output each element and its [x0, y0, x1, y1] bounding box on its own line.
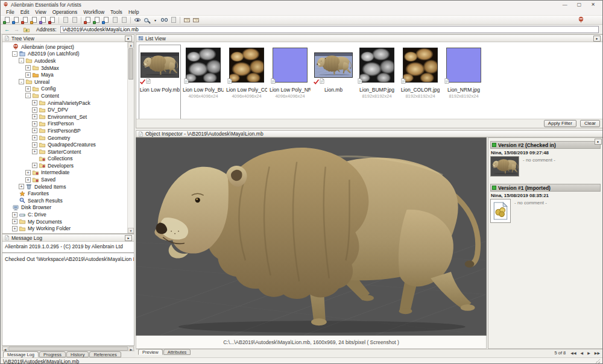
scrollbar-thumb[interactable] — [8, 347, 128, 351]
forward-button[interactable]: → — [13, 27, 21, 33]
tree-item-favorites[interactable]: Favorites — [4, 190, 134, 197]
tree-expander[interactable]: + — [32, 149, 37, 154]
tree-item-disk-browser[interactable]: Disk Browser — [4, 204, 134, 212]
get-latest-icon[interactable] — [30, 16, 39, 24]
versions-menu-button[interactable]: ▸ — [595, 139, 602, 145]
file-item[interactable]: Lion_BUMP.jpg 8192x8192x24 — [356, 45, 397, 120]
address-input[interactable] — [60, 26, 599, 33]
tree-item-collections[interactable]: Collections — [4, 155, 134, 163]
tree-item-intermediate[interactable]: + Intermediate — [4, 169, 134, 177]
close-button[interactable]: ✕ — [591, 1, 595, 8]
tab-references[interactable]: References — [89, 351, 121, 357]
tree-item-firstperson[interactable]: + FirstPerson — [4, 121, 134, 128]
tree-item-saved[interactable]: + Saved — [4, 176, 134, 183]
tree-item-firstpersonbp[interactable]: + FirstPersonBP — [4, 127, 134, 134]
delete-file-icon[interactable] — [48, 16, 57, 24]
maximize-button[interactable]: ▢ — [577, 1, 582, 8]
preview-viewport[interactable] — [136, 137, 487, 336]
tree-panel-menu-button[interactable]: ▸ — [125, 36, 132, 42]
reports-icon[interactable] — [169, 16, 178, 24]
copy-icon[interactable] — [61, 16, 70, 24]
file-item[interactable]: Lion Low Poly.mb — [139, 45, 180, 120]
tab-history[interactable]: History — [66, 351, 89, 357]
tab-message-log[interactable]: Message Log — [3, 351, 39, 357]
alienbrain-logo-icon[interactable] — [578, 16, 584, 23]
tree-item-alienbrain-one-project-[interactable]: Alienbrain (one project) — [4, 43, 134, 51]
tab-preview[interactable]: Preview — [138, 349, 163, 355]
tree-item-my-working-folder[interactable]: + My Working Folder — [4, 225, 134, 232]
message-log-menu-button[interactable]: ▸ — [125, 235, 132, 241]
version-file-icon[interactable] — [490, 199, 511, 223]
tree-expander[interactable]: - — [19, 79, 24, 84]
tree-item-maya[interactable]: + Maya — [4, 71, 134, 78]
tree-item-deleted-items[interactable]: + Deleted Items — [4, 183, 134, 190]
zoom-tool-icon[interactable] — [142, 16, 151, 24]
tree-item-config[interactable]: + Config — [4, 86, 134, 93]
file-item[interactable]: Lion Low Poly_BUMP... 4096x4096x24 — [183, 45, 224, 120]
tree-item-search-results[interactable]: Search Results — [4, 197, 134, 204]
tree-item-unreal[interactable]: - Unreal — [4, 78, 134, 86]
back-button[interactable]: ← — [3, 27, 11, 33]
tree-expander[interactable]: + — [32, 128, 37, 133]
tree-item-geometry[interactable]: + Geometry — [4, 134, 134, 142]
tree-item-c-drive[interactable]: + C: Drive — [4, 211, 134, 218]
apply-filter-button[interactable]: Apply Filter — [544, 120, 576, 127]
tree-item-quadrapedcreatures[interactable]: + QuadrapedCreatures — [4, 141, 134, 148]
menu-tools[interactable]: Tools — [107, 9, 125, 15]
tree-item-ab2019-on-latchford-[interactable]: - AB2019 (on Latchford) — [4, 51, 134, 58]
tree-expander[interactable]: + — [32, 121, 37, 127]
browse-database-icon[interactable] — [119, 16, 128, 24]
tab-attributes[interactable]: Attributes — [163, 349, 191, 355]
resize-grip[interactable] — [595, 359, 600, 364]
tree-item-startercontent[interactable]: + StarterContent — [4, 148, 134, 155]
tree-expander[interactable]: + — [32, 100, 37, 105]
scroll-down-icon[interactable]: ▼ — [128, 228, 134, 233]
check-in-icon[interactable] — [11, 16, 21, 24]
message-status-icon[interactable] — [191, 16, 200, 24]
menu-file[interactable]: File — [3, 9, 17, 15]
menu-workflow[interactable]: Workflow — [80, 9, 107, 15]
scroll-right-icon[interactable]: ▶ — [128, 347, 134, 351]
list-panel-menu-button[interactable]: ▸ — [593, 36, 601, 42]
import-file-icon[interactable] — [39, 16, 48, 24]
tree-expander[interactable]: + — [25, 170, 31, 175]
tree-item-developers[interactable]: + Developers — [4, 162, 134, 169]
tree-expander[interactable]: + — [12, 226, 17, 231]
clear-filter-button[interactable]: Clear — [580, 120, 600, 127]
refresh-view-icon[interactable] — [92, 16, 101, 24]
send-message-icon[interactable] — [182, 16, 191, 24]
tree-expander[interactable]: + — [12, 212, 17, 218]
preview-eye-icon[interactable] — [133, 16, 142, 24]
tree-expander[interactable]: + — [12, 219, 17, 224]
tree-item-my-documents[interactable]: + My Documents — [4, 218, 134, 225]
last-item-button[interactable]: ▶▶ — [595, 351, 600, 355]
menu-view[interactable]: View — [32, 9, 49, 15]
tree-expander[interactable]: + — [25, 72, 31, 78]
previous-item-button[interactable]: ◀ — [581, 351, 584, 355]
tree-expander[interactable]: + — [32, 163, 37, 168]
file-item[interactable]: Lion Low Poly_NRM.j... 4096x4096x24 — [270, 45, 311, 120]
first-item-button[interactable]: ◀◀ — [570, 351, 576, 355]
tree-item-autodesk[interactable]: - Autodesk — [4, 57, 134, 64]
zoom-options-icon[interactable]: ▾ — [151, 16, 160, 24]
tree-item-content[interactable]: - Content — [4, 92, 134, 99]
file-item[interactable]: Lion_NRM.jpg 8192x8192x24 — [443, 45, 484, 120]
tree-expander[interactable]: + — [25, 177, 31, 183]
menu-help[interactable]: Help — [125, 9, 142, 15]
tree-item-environment-set[interactable]: + Environment_Set — [4, 113, 134, 121]
tree-expander[interactable]: + — [25, 86, 31, 92]
tree-item-3dsmax[interactable]: + 3dsMax — [4, 64, 134, 72]
version-card[interactable]: Version #1 (Imported) Nina, 15/08/2019 0… — [490, 184, 601, 223]
scroll-up-icon[interactable]: ▲ — [128, 42, 134, 48]
tree-vertical-scrollbar[interactable]: ▲ ▼ — [127, 42, 134, 233]
version-card[interactable]: Version #2 (Checked in) Nina, 15/08/2019… — [490, 141, 601, 177]
tree-expander[interactable]: + — [32, 107, 37, 113]
tree-expander[interactable]: + — [19, 184, 24, 189]
tree-expander[interactable]: + — [32, 135, 37, 140]
tree-expander[interactable]: - — [25, 93, 31, 98]
tree-item-dv-dpv[interactable]: + DV_DPV — [4, 106, 134, 113]
tree-expander[interactable]: - — [12, 51, 17, 57]
tree-expander[interactable]: + — [32, 142, 37, 148]
tree-expander[interactable]: + — [25, 65, 31, 71]
file-item[interactable]: Lion.mb — [313, 45, 354, 120]
